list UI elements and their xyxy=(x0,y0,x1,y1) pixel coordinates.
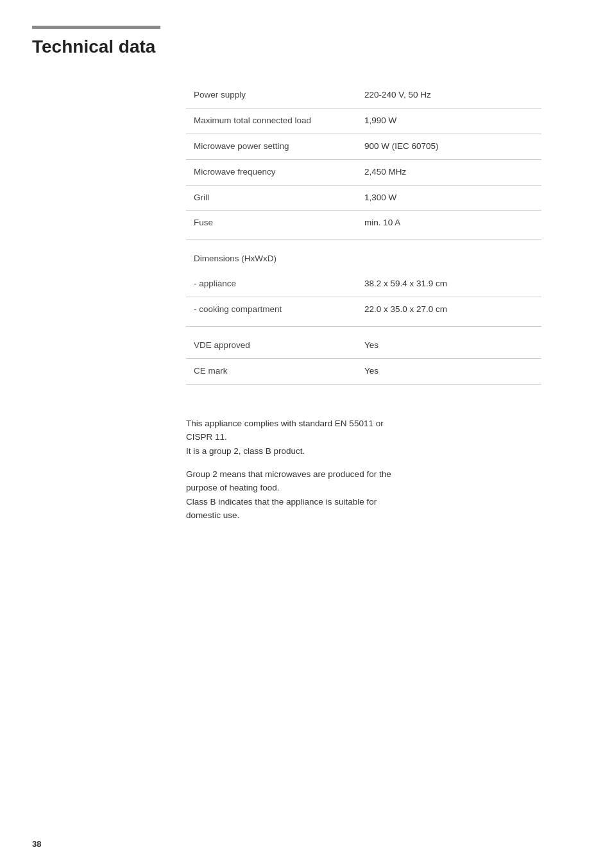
spec-label: Dimensions (HxWxD) xyxy=(186,240,357,272)
content-area: Power supply220-240 V, 50 HzMaximum tota… xyxy=(186,83,541,523)
compliance-line-4: Group 2 means that microwaves are produc… xyxy=(186,469,391,479)
page-title: Technical data xyxy=(32,37,580,57)
page-container: Technical data Power supply220-240 V, 50… xyxy=(0,0,612,557)
spec-value: Yes xyxy=(357,327,541,359)
spec-value: min. 10 A xyxy=(357,211,541,240)
spec-value: 220-240 V, 50 Hz xyxy=(357,83,541,108)
table-row: Microwave frequency2,450 MHz xyxy=(186,159,541,185)
spec-label: Fuse xyxy=(186,211,357,240)
table-row: - appliance38.2 x 59.4 x 31.9 cm xyxy=(186,272,541,297)
table-row: Fusemin. 10 A xyxy=(186,211,541,240)
spec-label: - cooking compartment xyxy=(186,297,357,327)
spec-value: 900 W (IEC 60705) xyxy=(357,134,541,159)
spec-value: 1,300 W xyxy=(357,185,541,211)
spec-label: Microwave power setting xyxy=(186,134,357,159)
page-number: 38 xyxy=(32,839,41,849)
spec-label: Maximum total connected load xyxy=(186,108,357,134)
compliance-line-2: CISPR 11. xyxy=(186,432,227,442)
spec-table: Power supply220-240 V, 50 HzMaximum tota… xyxy=(186,83,541,385)
compliance-line-7: domestic use. xyxy=(186,510,239,520)
spec-label: Microwave frequency xyxy=(186,159,357,185)
table-row: VDE approvedYes xyxy=(186,327,541,359)
table-row: Dimensions (HxWxD) xyxy=(186,240,541,272)
spec-value: 2,450 MHz xyxy=(357,159,541,185)
table-row: - cooking compartment22.0 x 35.0 x 27.0 … xyxy=(186,297,541,327)
spec-value: 22.0 x 35.0 x 27.0 cm xyxy=(357,297,541,327)
table-row: Maximum total connected load1,990 W xyxy=(186,108,541,134)
spec-value xyxy=(357,240,541,272)
spec-label: VDE approved xyxy=(186,327,357,359)
compliance-paragraph-1: This appliance complies with standard EN… xyxy=(186,417,541,458)
compliance-paragraph-2: Group 2 means that microwaves are produc… xyxy=(186,467,541,523)
spec-value: 1,990 W xyxy=(357,108,541,134)
compliance-line-3: It is a group 2, class B product. xyxy=(186,446,305,456)
spec-label: Power supply xyxy=(186,83,357,108)
compliance-line-1: This appliance complies with standard EN… xyxy=(186,419,384,428)
spec-label: CE mark xyxy=(186,358,357,384)
compliance-line-5: purpose of heating food. xyxy=(186,483,280,492)
table-row: Microwave power setting900 W (IEC 60705) xyxy=(186,134,541,159)
table-row: Power supply220-240 V, 50 Hz xyxy=(186,83,541,108)
spec-value: Yes xyxy=(357,358,541,384)
compliance-text: This appliance complies with standard EN… xyxy=(186,417,541,523)
table-row: Grill1,300 W xyxy=(186,185,541,211)
table-row: CE markYes xyxy=(186,358,541,384)
header-bar xyxy=(32,26,160,29)
spec-label: - appliance xyxy=(186,272,357,297)
compliance-line-6: Class B indicates that the appliance is … xyxy=(186,497,377,507)
spec-label: Grill xyxy=(186,185,357,211)
spec-value: 38.2 x 59.4 x 31.9 cm xyxy=(357,272,541,297)
